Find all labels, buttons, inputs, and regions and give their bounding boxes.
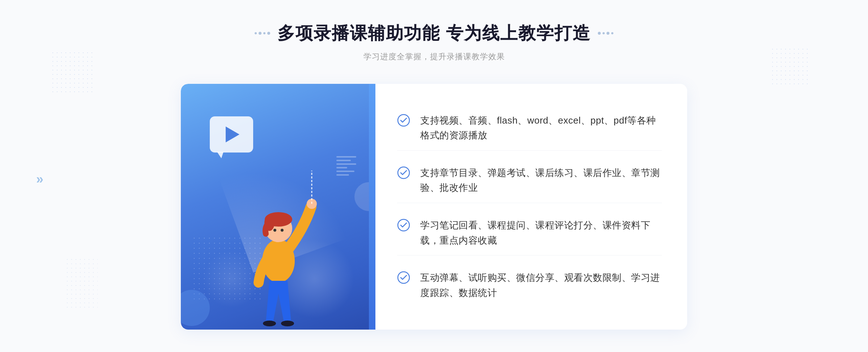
feature-item-2: 支持章节目录、弹题考试、课后练习、课后作业、章节测验、批改作业 (397, 158, 662, 203)
title-row: 多项录播课辅助功能 专为线上教学打造 (255, 22, 613, 45)
main-title: 多项录播课辅助功能 专为线上教学打造 (277, 22, 590, 45)
stripe-6 (336, 174, 349, 176)
feature-text-1: 支持视频、音频、flash、word、excel、ppt、pdf等各种格式的资源… (420, 113, 662, 143)
svg-point-10 (398, 167, 409, 179)
dot-4 (267, 32, 270, 35)
feature-text-2: 支持章节目录、弹题考试、课后练习、课后作业、章节测验、批改作业 (420, 166, 662, 196)
check-icon-4 (397, 271, 410, 284)
play-icon (226, 126, 239, 142)
features-panel: 支持视频、音频、flash、word、excel、ppt、pdf等各种格式的资源… (375, 84, 687, 330)
dot-2 (259, 32, 261, 35)
feature-item-3: 学习笔记回看、课程提问、课程评论打分、课件资料下载，重点内容收藏 (397, 211, 662, 256)
stripes-decoration (336, 156, 358, 192)
decorative-dots-left (51, 51, 94, 94)
check-icon-2 (397, 166, 410, 179)
dot-7 (607, 32, 609, 35)
check-icon-1 (397, 114, 410, 127)
header-section: 多项录播课辅助功能 专为线上教学打造 学习进度全掌握，提升录播课教学效果 (255, 22, 613, 62)
svg-point-11 (398, 219, 409, 231)
title-dots-right (598, 32, 613, 35)
play-bubble (210, 116, 253, 153)
arrow-left-icon: » (36, 172, 43, 187)
subtitle: 学习进度全掌握，提升录播课教学效果 (255, 51, 613, 62)
title-dots-left (255, 32, 270, 35)
stripe-4 (336, 167, 347, 168)
svg-point-6 (281, 229, 284, 232)
connector-bar (369, 84, 375, 330)
svg-point-7 (263, 321, 276, 326)
feature-text-3: 学习笔记回看、课程提问、课程评论打分、课件资料下载，重点内容收藏 (420, 218, 662, 248)
decorative-dots-bottom (65, 257, 98, 308)
dot-3 (263, 32, 265, 34)
page-container: » 多项录播课辅助功能 专为线上教学打造 学习进度全掌握，提升录播课教学效果 (0, 0, 868, 352)
person-illustration (224, 149, 326, 330)
dot-1 (255, 32, 257, 34)
svg-point-9 (398, 115, 409, 126)
illustration-panel (181, 84, 369, 330)
stripe-3 (336, 163, 356, 165)
stripe-5 (336, 171, 354, 172)
content-area: 支持视频、音频、flash、word、excel、ppt、pdf等各种格式的资源… (181, 84, 687, 330)
dot-8 (611, 32, 613, 34)
decorative-dots-right (770, 47, 810, 87)
feature-text-4: 互动弹幕、试听购买、微信分享、观看次数限制、学习进度跟踪、数据统计 (420, 270, 662, 300)
dot-6 (603, 32, 605, 34)
feature-item-4: 互动弹幕、试听购买、微信分享、观看次数限制、学习进度跟踪、数据统计 (397, 263, 662, 308)
svg-point-12 (398, 272, 409, 283)
dot-5 (598, 32, 601, 35)
stripe-2 (336, 160, 351, 161)
stripe-1 (336, 156, 356, 158)
check-icon-3 (397, 219, 410, 232)
svg-point-5 (273, 229, 276, 232)
feature-item-1: 支持视频、音频、flash、word、excel、ppt、pdf等各种格式的资源… (397, 106, 662, 151)
svg-point-8 (281, 321, 294, 326)
